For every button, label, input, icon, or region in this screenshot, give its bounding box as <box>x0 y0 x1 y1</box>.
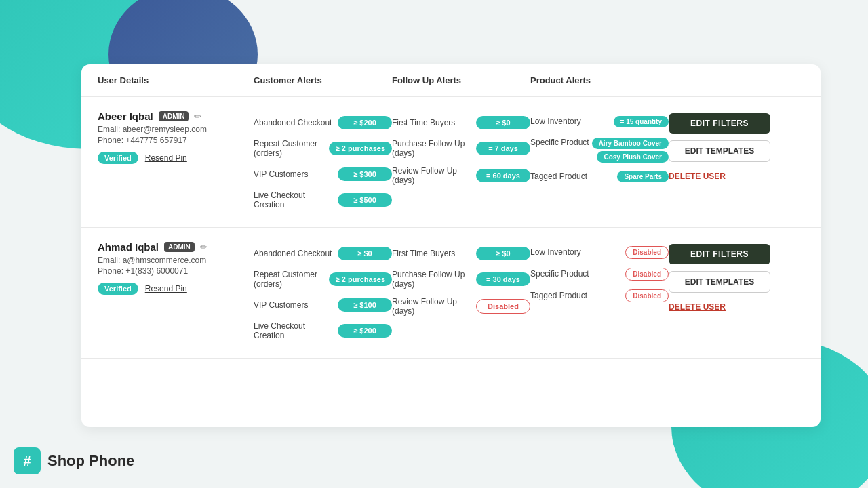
logo-text: Shop Phone <box>47 452 134 470</box>
logo-icon: # <box>14 447 41 474</box>
alert-badge: ≥ $500 <box>338 193 392 207</box>
table-header: User Details Customer Alerts Follow Up A… <box>81 64 821 97</box>
resend-pin-2[interactable]: Resend Pin <box>145 284 187 293</box>
user-name-row-1: Abeer Iqbal ADMIN ✏ <box>98 110 254 122</box>
resend-pin-1[interactable]: Resend Pin <box>145 153 187 163</box>
alert-badge: ≥ $300 <box>338 167 392 181</box>
edit-templates-button-2[interactable]: EDIT TEMPLATES <box>669 271 770 293</box>
alert-label: First Time Buyers <box>392 118 476 127</box>
alert-row: Review Follow Up (days) Disabled <box>392 293 530 320</box>
alert-row: VIP Customers ≥ $100 <box>254 293 392 317</box>
product-tag: Airy Bamboo Cover <box>592 138 669 149</box>
alert-label: Live Checkout Creation <box>254 190 338 209</box>
product-tag-disabled: Disabled <box>625 268 669 281</box>
user-row-1: Abeer Iqbal ADMIN ✏ Email: abeer@remysle… <box>81 97 821 228</box>
header-follow-up-alerts: Follow Up Alerts <box>392 75 530 85</box>
product-label: Specific Product <box>530 138 589 147</box>
product-label: Low Inventory <box>530 117 581 126</box>
alert-badge: ≥ $0 <box>476 116 530 129</box>
customer-alerts-1: Abandoned Checkout ≥ $200 Repeat Custome… <box>254 110 392 214</box>
header-product-alerts: Product Alerts <box>530 75 669 85</box>
alert-badge: ≥ $200 <box>338 324 392 338</box>
alert-badge: = 7 days <box>476 142 530 155</box>
product-row: Tagged Product Spare Parts <box>530 165 669 187</box>
user-details-1: Abeer Iqbal ADMIN ✏ Email: abeer@remysle… <box>98 110 254 164</box>
user-name-row-2: Ahmad Iqbal ADMIN ✏ <box>98 241 254 253</box>
admin-badge-1: ADMIN <box>159 111 189 121</box>
alert-label: VIP Customers <box>254 300 338 310</box>
product-label: Low Inventory <box>530 247 581 257</box>
header-customer-alerts: Customer Alerts <box>254 75 392 85</box>
alert-label: VIP Customers <box>254 169 338 179</box>
alert-row: Purchase Follow Up (days) = 7 days <box>392 135 530 162</box>
product-tags: Disabled <box>625 246 669 259</box>
product-row: Specific Product Airy Bamboo Cover Cosy … <box>530 132 669 165</box>
alert-row: VIP Customers ≥ $300 <box>254 162 392 186</box>
alert-badge: ≥ 2 purchases <box>329 142 392 155</box>
user-name-1: Abeer Iqbal <box>98 110 153 122</box>
product-label: Tagged Product <box>530 171 587 181</box>
alert-row: Live Checkout Creation ≥ $500 <box>254 186 392 214</box>
product-row: Specific Product Disabled <box>530 263 669 285</box>
product-tags: Disabled <box>625 268 669 281</box>
alert-row: First Time Buyers ≥ $0 <box>392 110 530 135</box>
user-details-2: Ahmad Iqbal ADMIN ✏ Email: a@hmscommerce… <box>98 241 254 295</box>
product-tags: Disabled <box>625 289 669 302</box>
alert-badge-disabled: Disabled <box>476 299 530 314</box>
alert-badge: = 30 days <box>476 272 530 286</box>
user-name-2: Ahmad Iqbal <box>98 241 159 253</box>
alert-badge: ≥ 2 purchases <box>329 272 392 286</box>
user-email-1: Email: abeer@remysleep.com <box>98 125 254 134</box>
alert-label: Abandoned Checkout <box>254 118 338 127</box>
product-tag-disabled: Disabled <box>625 246 669 259</box>
product-row: Low Inventory = 15 quantity <box>530 110 669 132</box>
followup-alerts-2: First Time Buyers ≥ $0 Purchase Follow U… <box>392 241 530 320</box>
alert-row: Purchase Follow Up (days) = 30 days <box>392 266 530 293</box>
actions-col-2: EDIT FILTERS EDIT TEMPLATES DELETE USER <box>669 241 804 314</box>
edit-icon-2[interactable]: ✏ <box>200 242 208 252</box>
alert-row: Live Checkout Creation ≥ $200 <box>254 317 392 344</box>
verified-badge-2: Verified <box>98 283 138 295</box>
alert-badge: ≥ $100 <box>338 298 392 312</box>
followup-alerts-1: First Time Buyers ≥ $0 Purchase Follow U… <box>392 110 530 189</box>
delete-user-button-1[interactable]: DELETE USER <box>669 169 804 184</box>
alert-row: Abandoned Checkout ≥ $0 <box>254 241 392 266</box>
logo-bar: # Shop Phone <box>14 447 134 474</box>
alert-label: Live Checkout Creation <box>254 321 338 340</box>
user-email-2: Email: a@hmscommerce.com <box>98 256 254 265</box>
alert-label: Purchase Follow Up (days) <box>392 270 476 289</box>
alert-label: First Time Buyers <box>392 249 476 258</box>
product-tags: Spare Parts <box>617 171 669 182</box>
edit-icon-1[interactable]: ✏ <box>194 111 201 121</box>
verified-badge-1: Verified <box>98 152 138 164</box>
user-actions-1: Verified Resend Pin <box>98 152 254 164</box>
alert-badge: ≥ $200 <box>338 116 392 129</box>
product-row: Low Inventory Disabled <box>530 241 669 263</box>
product-tags: = 15 quantity <box>614 116 669 127</box>
product-row: Tagged Product Disabled <box>530 285 669 306</box>
alert-row: Review Follow Up (days) = 60 days <box>392 162 530 189</box>
product-tag: = 15 quantity <box>614 116 669 127</box>
edit-filters-button-1[interactable]: EDIT FILTERS <box>669 113 770 134</box>
edit-templates-button-1[interactable]: EDIT TEMPLATES <box>669 140 770 162</box>
alert-label: Review Follow Up (days) <box>392 297 476 316</box>
header-actions <box>669 75 804 85</box>
edit-filters-button-2[interactable]: EDIT FILTERS <box>669 244 770 264</box>
product-alerts-1: Low Inventory = 15 quantity Specific Pro… <box>530 110 669 187</box>
alert-label: Review Follow Up (days) <box>392 166 476 185</box>
user-phone-2: Phone: +1(833) 6000071 <box>98 266 254 276</box>
product-alerts-2: Low Inventory Disabled Specific Product … <box>530 241 669 306</box>
alert-label: Repeat Customer (orders) <box>254 270 329 289</box>
alert-label: Abandoned Checkout <box>254 249 338 258</box>
product-tag: Cosy Plush Cover <box>597 151 669 163</box>
product-tag: Spare Parts <box>617 171 669 182</box>
user-actions-2: Verified Resend Pin <box>98 283 254 295</box>
alert-label: Repeat Customer (orders) <box>254 139 329 158</box>
product-tag-disabled: Disabled <box>625 289 669 302</box>
alert-label: Purchase Follow Up (days) <box>392 139 476 158</box>
alert-badge: ≥ $0 <box>338 247 392 260</box>
user-phone-1: Phone: +447775 657917 <box>98 136 254 145</box>
alert-badge: ≥ $0 <box>476 247 530 260</box>
delete-user-button-2[interactable]: DELETE USER <box>669 300 804 314</box>
admin-badge-2: ADMIN <box>164 242 195 252</box>
